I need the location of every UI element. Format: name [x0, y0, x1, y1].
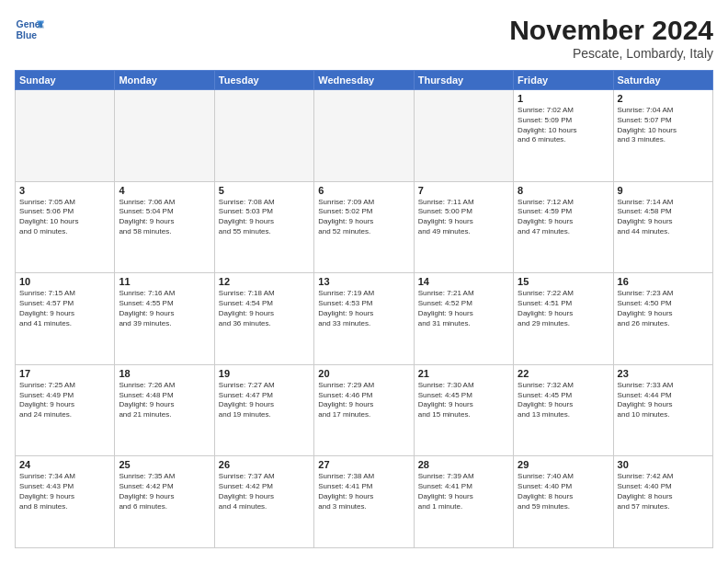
day-number: 23 [618, 368, 709, 379]
day-number: 15 [518, 276, 609, 287]
calendar-day-cell: 12Sunrise: 7:18 AM Sunset: 4:54 PM Dayli… [214, 273, 313, 365]
calendar-day-cell: 16Sunrise: 7:23 AM Sunset: 4:50 PM Dayli… [613, 273, 712, 365]
calendar-day-cell: 9Sunrise: 7:14 AM Sunset: 4:58 PM Daylig… [613, 181, 712, 273]
calendar-day-cell: 27Sunrise: 7:38 AM Sunset: 4:41 PM Dayli… [314, 456, 414, 548]
weekday-header: Wednesday [314, 71, 414, 90]
day-info: Sunrise: 7:27 AM Sunset: 4:47 PM Dayligh… [219, 381, 310, 420]
day-info: Sunrise: 7:39 AM Sunset: 4:41 PM Dayligh… [418, 472, 509, 511]
calendar-day-cell: 10Sunrise: 7:15 AM Sunset: 4:57 PM Dayli… [16, 273, 115, 365]
calendar-day-cell: 1Sunrise: 7:02 AM Sunset: 5:09 PM Daylig… [514, 90, 613, 182]
day-number: 2 [618, 93, 709, 104]
day-info: Sunrise: 7:04 AM Sunset: 5:07 PM Dayligh… [618, 106, 709, 145]
day-info: Sunrise: 7:15 AM Sunset: 4:57 PM Dayligh… [19, 289, 110, 328]
day-info: Sunrise: 7:26 AM Sunset: 4:48 PM Dayligh… [119, 381, 210, 420]
day-info: Sunrise: 7:29 AM Sunset: 4:46 PM Dayligh… [318, 381, 409, 420]
day-info: Sunrise: 7:23 AM Sunset: 4:50 PM Dayligh… [618, 289, 709, 328]
calendar-day-cell: 18Sunrise: 7:26 AM Sunset: 4:48 PM Dayli… [115, 364, 214, 456]
day-info: Sunrise: 7:33 AM Sunset: 4:44 PM Dayligh… [618, 381, 709, 420]
day-info: Sunrise: 7:40 AM Sunset: 4:40 PM Dayligh… [518, 472, 609, 511]
calendar-day-cell: 20Sunrise: 7:29 AM Sunset: 4:46 PM Dayli… [314, 364, 414, 456]
calendar-day-cell: 7Sunrise: 7:11 AM Sunset: 5:00 PM Daylig… [414, 181, 513, 273]
calendar-day-cell: 13Sunrise: 7:19 AM Sunset: 4:53 PM Dayli… [314, 273, 414, 365]
calendar-day-cell: 29Sunrise: 7:40 AM Sunset: 4:40 PM Dayli… [514, 456, 613, 548]
month-title: November 2024 [509, 15, 713, 46]
calendar-day-cell: 21Sunrise: 7:30 AM Sunset: 4:45 PM Dayli… [414, 364, 513, 456]
calendar-day-cell: 8Sunrise: 7:12 AM Sunset: 4:59 PM Daylig… [514, 181, 613, 273]
title-block: November 2024 Pescate, Lombardy, Italy [509, 15, 713, 61]
weekday-header: Saturday [613, 71, 712, 90]
calendar-week-row: 10Sunrise: 7:15 AM Sunset: 4:57 PM Dayli… [16, 273, 713, 365]
day-info: Sunrise: 7:32 AM Sunset: 4:45 PM Dayligh… [518, 381, 609, 420]
calendar-week-row: 3Sunrise: 7:05 AM Sunset: 5:06 PM Daylig… [16, 181, 713, 273]
logo-icon: General Blue [15, 15, 44, 44]
logo: General Blue [15, 15, 48, 44]
weekday-header: Sunday [16, 71, 115, 90]
header: General Blue November 2024 Pescate, Lomb… [15, 15, 713, 61]
day-info: Sunrise: 7:12 AM Sunset: 4:59 PM Dayligh… [518, 198, 609, 237]
weekday-header: Friday [514, 71, 613, 90]
calendar-week-row: 17Sunrise: 7:25 AM Sunset: 4:49 PM Dayli… [16, 364, 713, 456]
day-number: 5 [219, 185, 310, 196]
day-info: Sunrise: 7:22 AM Sunset: 4:51 PM Dayligh… [518, 289, 609, 328]
day-info: Sunrise: 7:08 AM Sunset: 5:03 PM Dayligh… [219, 198, 310, 237]
calendar-day-cell [115, 90, 214, 182]
calendar-day-cell [16, 90, 115, 182]
day-number: 8 [518, 185, 609, 196]
calendar-day-cell [314, 90, 414, 182]
day-info: Sunrise: 7:16 AM Sunset: 4:55 PM Dayligh… [119, 289, 210, 328]
day-number: 1 [518, 93, 609, 104]
day-number: 14 [418, 276, 509, 287]
page: General Blue November 2024 Pescate, Lomb… [0, 0, 728, 563]
day-info: Sunrise: 7:05 AM Sunset: 5:06 PM Dayligh… [19, 198, 110, 237]
location: Pescate, Lombardy, Italy [509, 46, 713, 61]
svg-text:Blue: Blue [17, 30, 38, 40]
day-number: 4 [119, 185, 210, 196]
calendar-day-cell: 15Sunrise: 7:22 AM Sunset: 4:51 PM Dayli… [514, 273, 613, 365]
day-info: Sunrise: 7:34 AM Sunset: 4:43 PM Dayligh… [19, 472, 110, 511]
day-number: 24 [19, 459, 110, 470]
day-number: 28 [418, 459, 509, 470]
day-info: Sunrise: 7:02 AM Sunset: 5:09 PM Dayligh… [518, 106, 609, 145]
calendar-day-cell: 26Sunrise: 7:37 AM Sunset: 4:42 PM Dayli… [214, 456, 313, 548]
calendar-day-cell: 17Sunrise: 7:25 AM Sunset: 4:49 PM Dayli… [16, 364, 115, 456]
day-number: 30 [618, 459, 709, 470]
day-number: 19 [219, 368, 310, 379]
day-number: 3 [19, 185, 110, 196]
day-number: 21 [418, 368, 509, 379]
day-info: Sunrise: 7:06 AM Sunset: 5:04 PM Dayligh… [119, 198, 210, 237]
day-info: Sunrise: 7:11 AM Sunset: 5:00 PM Dayligh… [418, 198, 509, 237]
calendar-table: SundayMondayTuesdayWednesdayThursdayFrid… [15, 70, 713, 548]
day-number: 6 [318, 185, 409, 196]
day-info: Sunrise: 7:18 AM Sunset: 4:54 PM Dayligh… [219, 289, 310, 328]
day-info: Sunrise: 7:30 AM Sunset: 4:45 PM Dayligh… [418, 381, 509, 420]
day-number: 9 [618, 185, 709, 196]
day-info: Sunrise: 7:37 AM Sunset: 4:42 PM Dayligh… [219, 472, 310, 511]
calendar-day-cell: 25Sunrise: 7:35 AM Sunset: 4:42 PM Dayli… [115, 456, 214, 548]
calendar-day-cell: 11Sunrise: 7:16 AM Sunset: 4:55 PM Dayli… [115, 273, 214, 365]
calendar-day-cell: 3Sunrise: 7:05 AM Sunset: 5:06 PM Daylig… [16, 181, 115, 273]
day-number: 10 [19, 276, 110, 287]
day-number: 17 [19, 368, 110, 379]
calendar-day-cell: 5Sunrise: 7:08 AM Sunset: 5:03 PM Daylig… [214, 181, 313, 273]
calendar-day-cell [214, 90, 313, 182]
day-number: 16 [618, 276, 709, 287]
calendar-header-row: SundayMondayTuesdayWednesdayThursdayFrid… [16, 71, 713, 90]
calendar-day-cell [414, 90, 513, 182]
day-info: Sunrise: 7:21 AM Sunset: 4:52 PM Dayligh… [418, 289, 509, 328]
day-number: 12 [219, 276, 310, 287]
weekday-header: Monday [115, 71, 214, 90]
calendar-day-cell: 28Sunrise: 7:39 AM Sunset: 4:41 PM Dayli… [414, 456, 513, 548]
weekday-header: Tuesday [214, 71, 313, 90]
day-info: Sunrise: 7:35 AM Sunset: 4:42 PM Dayligh… [119, 472, 210, 511]
day-number: 27 [318, 459, 409, 470]
day-info: Sunrise: 7:25 AM Sunset: 4:49 PM Dayligh… [19, 381, 110, 420]
day-number: 11 [119, 276, 210, 287]
day-number: 18 [119, 368, 210, 379]
calendar-week-row: 24Sunrise: 7:34 AM Sunset: 4:43 PM Dayli… [16, 456, 713, 548]
calendar-day-cell: 24Sunrise: 7:34 AM Sunset: 4:43 PM Dayli… [16, 456, 115, 548]
calendar-week-row: 1Sunrise: 7:02 AM Sunset: 5:09 PM Daylig… [16, 90, 713, 182]
day-number: 29 [518, 459, 609, 470]
day-info: Sunrise: 7:14 AM Sunset: 4:58 PM Dayligh… [618, 198, 709, 237]
calendar-day-cell: 23Sunrise: 7:33 AM Sunset: 4:44 PM Dayli… [613, 364, 712, 456]
day-number: 20 [318, 368, 409, 379]
